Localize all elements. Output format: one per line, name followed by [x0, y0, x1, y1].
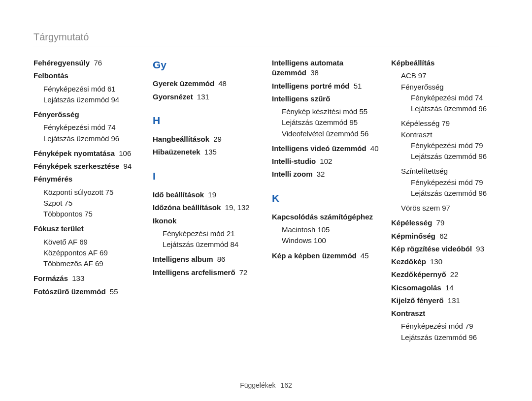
index-entry-label: Hibaüzenetek [153, 148, 200, 156]
index-entry-label: Hangbeállítások [153, 135, 209, 143]
footer-page: 162 [280, 381, 292, 389]
index-subentry-label: Lejátszás üzemmód [411, 189, 476, 197]
index-entry: Hibaüzenetek 135 [153, 147, 260, 157]
index-page-number: 45 [359, 251, 369, 260]
index-letter-heading: I [153, 169, 260, 183]
index-page-number: 79 [475, 178, 483, 186]
index-page-number: 75 [105, 188, 114, 196]
index-entry: Fényképek nyomtatása 106 [33, 149, 141, 158]
index-page-number: 106 [117, 149, 131, 157]
index-subentry-label: Lejátszás üzemmód [43, 134, 109, 143]
index-entry: Gyerek üzemmód 48 [153, 79, 260, 89]
index-subentries: Fényképezési mód74Lejátszás üzemmód96 [43, 123, 141, 144]
index-page-number: 135 [202, 148, 217, 156]
index-entry-label: Intelli-studio [272, 157, 316, 165]
index-page-number: 19, 132 [223, 203, 249, 212]
index-entry: Intelligens automata üzemmód 38 [272, 58, 379, 78]
spacer [153, 160, 260, 169]
index-page-number: 69 [79, 238, 88, 246]
index-entry-label: Ikonok [153, 216, 176, 225]
index-entry-label: Felbontás [33, 71, 68, 80]
index-entry-label: Kezdőkép [391, 257, 426, 266]
index-subentry-label: Lejátszás üzemmód [282, 118, 347, 126]
index-subentry-label: Fényképezési mód [411, 178, 473, 186]
index-page-number: 133 [70, 274, 84, 282]
index-subentries: Fényképezési mód61Lejátszás üzemmód94 [43, 84, 141, 105]
index-subentry-label: Lejátszás üzemmód [411, 104, 476, 113]
index-subentry-label: Videofelvétel üzemmód [282, 129, 359, 138]
index-subentries: Fényképezési mód79Lejátszás üzemmód96 [411, 178, 499, 199]
index-page-number: 79 [465, 322, 473, 330]
index-page-number: 22 [448, 270, 459, 278]
index-page-number: 95 [349, 118, 358, 126]
index-subentry: Színtelítettség [401, 166, 499, 176]
index-column: Intelligens automata üzemmód 38Intellige… [272, 58, 379, 347]
index-letter-heading: Gy [153, 58, 260, 72]
index-page-number: 86 [215, 255, 226, 263]
index-entry: Kicsomagolás 14 [391, 283, 499, 293]
index-page-number: 14 [443, 283, 454, 292]
index-entry-label: Gyerek üzemmód [153, 79, 214, 88]
index-entry-label: Intelligens arcfelismerő [153, 268, 235, 277]
index-page-number: 48 [216, 79, 227, 88]
index-entry-label: Kontraszt [391, 309, 425, 317]
index-subentry-label: Többmezős AF [43, 259, 93, 268]
index-subentry-label: Fényképezési mód [43, 123, 105, 131]
index-entry: Intelli-studio 102 [272, 156, 379, 166]
index-subentry: Többmezős AF69 [43, 259, 141, 269]
index-page-number: 105 [317, 225, 330, 234]
footer-label: Függelékek [240, 381, 275, 389]
footer: Függelékek 162 [0, 381, 532, 389]
index-entry: Fehéregyensúly 76 [33, 58, 141, 68]
index-page-number: 56 [361, 129, 369, 138]
index-entry: Fényképek szerkesztése 94 [33, 161, 141, 171]
index-entry-label: Kép rögzítése videóból [391, 245, 472, 253]
index-entry-label: Fényerősség [33, 110, 79, 119]
index-subentry: Fényképezési mód61 [43, 84, 141, 94]
index-subentry: Vörös szem97 [401, 203, 499, 213]
index-subentry: Képélesség79 [401, 119, 499, 128]
index-page-number: 74 [475, 93, 483, 102]
index-subentry: Többpontos75 [43, 209, 141, 219]
index-subentry-label: Lejátszás üzemmód [163, 240, 228, 248]
index-subentry: Lejátszás üzemmód96 [43, 134, 141, 144]
index-entry: Intelligens album 86 [153, 254, 260, 264]
index-page-number: 75 [64, 199, 72, 207]
index-subentries: Macintosh105Windows100 [282, 225, 379, 246]
index-subentry-label: ACB [401, 71, 416, 80]
index-subentry-label: Központi súlyozott [43, 188, 103, 196]
index-entry: Időzóna beállítások 19, 132 [153, 203, 260, 213]
index-subentry: Lejátszás üzemmód96 [411, 152, 499, 161]
index-page-number: 96 [478, 152, 487, 160]
index-page-number: 96 [478, 189, 487, 197]
index-subentry: Kontraszt [401, 130, 499, 140]
index-subentry: Fényképezési mód21 [163, 229, 260, 239]
index-page-number: 79 [434, 218, 444, 227]
index-entry: Intelligens arcfelismerő 72 [153, 268, 260, 278]
index-subentries: Fénykép készítési mód55Lejátszás üzemmód… [282, 107, 379, 139]
index-entry: Kezdőkép 130 [391, 257, 499, 267]
index-entry: Kapcsolódás számítógéphez [272, 212, 379, 222]
index-entry: Gyorsnézet 131 [153, 92, 260, 102]
index-subentry: Központi súlyozott75 [43, 187, 141, 197]
index-entry-label: Kapcsolódás számítógéphez [272, 213, 373, 221]
index-subentries: Fényképezési mód74Lejátszás üzemmód96 [411, 93, 499, 114]
index-page-number: 55 [108, 287, 118, 296]
index-entry-label: Fehéregyensúly [33, 59, 90, 67]
index-subentry-label: Középpontos AF [43, 248, 98, 257]
index-letter-heading: K [272, 191, 379, 205]
index-subentry: Szpot75 [43, 198, 141, 208]
index-page-number: 55 [359, 107, 367, 116]
index-page-number: 74 [107, 123, 116, 131]
index-subentries: Fényképezési mód21Lejátszás üzemmód84 [163, 229, 260, 250]
index-entry-label: Fénymérés [33, 175, 72, 183]
index-entry: Intelligens szűrő [272, 94, 379, 104]
index-columns: Fehéregyensúly 76FelbontásFényképezési m… [33, 58, 499, 347]
index-subentry-label: Lejátszás üzemmód [401, 333, 466, 341]
index-entry: Képélesség 79 [391, 218, 499, 228]
index-subentry-label: Fényképezési mód [401, 322, 463, 330]
index-entry-label: Intelligens szűrő [272, 94, 330, 103]
divider [33, 47, 499, 47]
spacer [153, 105, 260, 114]
index-page-number: 69 [95, 259, 103, 268]
